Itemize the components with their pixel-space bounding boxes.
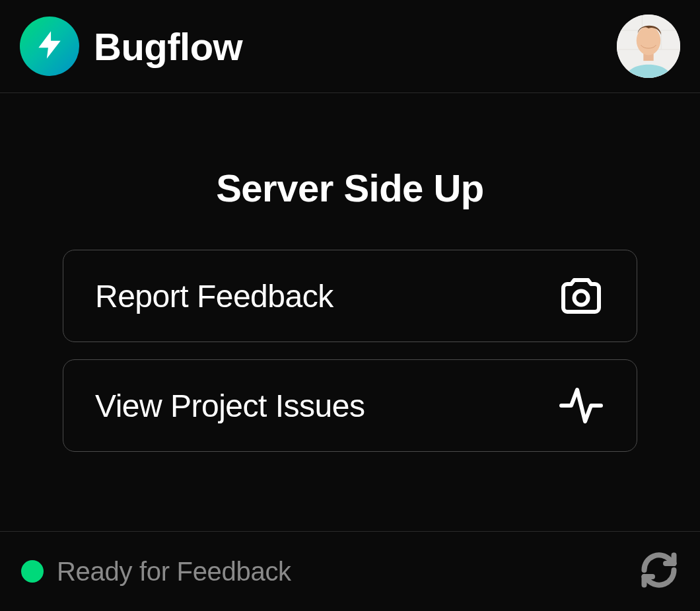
- brand: Bugflow: [20, 17, 242, 76]
- app-footer: Ready for Feedback: [0, 531, 700, 611]
- page-title: Server Side Up: [216, 166, 484, 210]
- action-label: View Project Issues: [95, 388, 365, 424]
- refresh-icon: [639, 550, 679, 593]
- avatar-image: [617, 15, 680, 78]
- bolt-icon: [33, 28, 66, 64]
- refresh-button[interactable]: [639, 550, 679, 593]
- view-project-issues-button[interactable]: View Project Issues: [63, 359, 637, 452]
- status-text: Ready for Feedback: [57, 557, 291, 587]
- svg-point-7: [575, 291, 588, 305]
- brand-logo: [20, 17, 79, 76]
- svg-point-6: [637, 26, 660, 55]
- camera-icon: [557, 272, 605, 320]
- status-indicator-dot: [21, 560, 44, 583]
- brand-name: Bugflow: [94, 24, 242, 69]
- main-content: Server Side Up Report Feedback View Proj…: [0, 93, 700, 531]
- status: Ready for Feedback: [21, 557, 291, 587]
- report-feedback-button[interactable]: Report Feedback: [63, 250, 637, 342]
- action-label: Report Feedback: [95, 278, 333, 314]
- action-list: Report Feedback View Project Issues: [63, 250, 637, 452]
- activity-icon: [557, 382, 605, 429]
- user-avatar[interactable]: [617, 15, 680, 78]
- app-header: Bugflow: [0, 0, 700, 93]
